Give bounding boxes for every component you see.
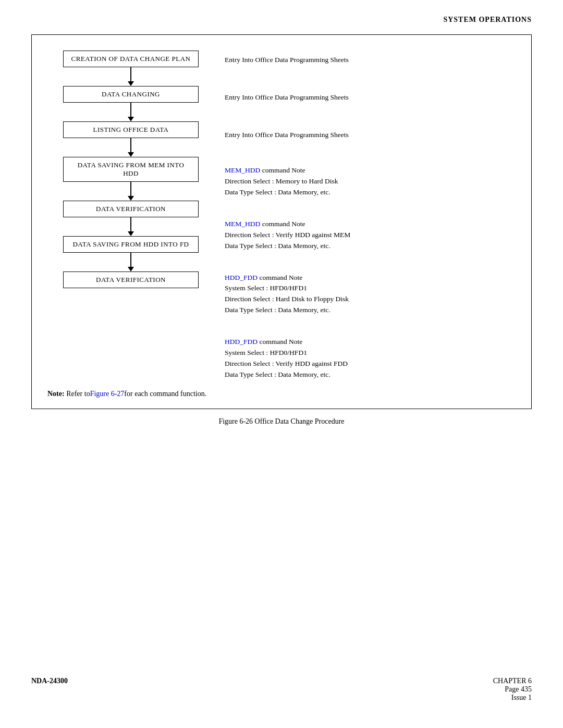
annotation-2: Entry Into Office Data Programming Sheet… [225,88,516,107]
annot-spacer-6 [225,316,516,335]
annotation-1: Entry Into Office Data Programming Sheet… [225,51,516,69]
page-footer: NDA-24300 CHAPTER 6 Page 435 Issue 1 [0,677,563,702]
annot-spacer-4 [225,198,516,217]
flow-node-7: DATA VERIFICATION [63,272,199,288]
flow-arrow-1 [128,67,134,86]
annot-spacer-2 [225,107,516,126]
flow-node-2: DATA CHANGING [63,86,199,103]
footer-left: NDA-24300 [31,677,68,702]
flowchart-area: CREATION OF DATA CHANGE PLAN DATA CHANGI… [47,51,516,380]
cmd-link-5[interactable]: MEM_HDD [225,220,260,228]
flow-arrow-2 [128,103,134,121]
cmd-link-7[interactable]: HDD_FDD [225,338,258,346]
flow-arrow-5 [128,217,134,236]
page-header-title: SYSTEM OPERATIONS [443,16,532,23]
flow-left: CREATION OF DATA CHANGE PLAN DATA CHANGI… [47,51,214,380]
annotation-5: MEM_HDD command Note Direction Select : … [225,217,516,252]
annot-spacer-1 [225,69,516,88]
flow-arrow-3 [128,138,134,157]
annot-spacer-5 [225,252,516,270]
flow-right: Entry Into Office Data Programming Sheet… [214,51,516,380]
footer-right: CHAPTER 6 Page 435 Issue 1 [493,677,532,702]
annotation-7: HDD_FDD command Note System Select : HFD… [225,335,516,380]
annotation-6: HDD_FDD command Note System Select : HFD… [225,270,516,316]
annotation-4: MEM_HDD command Note Direction Select : … [225,163,516,198]
flow-node-5: DATA VERIFICATION [63,201,199,217]
diagram-box: CREATION OF DATA CHANGE PLAN DATA CHANGI… [31,34,532,409]
cmd-link-6[interactable]: HDD_FDD [225,274,258,281]
figure-caption: Figure 6-26 Office Data Change Procedure [31,417,532,426]
annot-spacer-3 [225,144,516,163]
annotation-3: Entry Into Office Data Programming Sheet… [225,126,516,144]
flow-node-3: LISTING OFFICE DATA [63,121,199,138]
flow-node-1: CREATION OF DATA CHANGE PLAN [63,51,199,67]
flow-node-4: DATA SAVING FROM MEM INTO HDD [63,157,199,182]
flow-arrow-6 [128,253,134,272]
flow-node-6: DATA SAVING FROM HDD INTO FD [63,236,199,253]
diagram-note: Note: Refer toFigure 6-27for each comman… [47,390,516,398]
flow-arrow-4 [128,182,134,201]
figure-link[interactable]: Figure 6-27 [90,390,125,398]
cmd-link-4[interactable]: MEM_HDD [225,166,260,174]
